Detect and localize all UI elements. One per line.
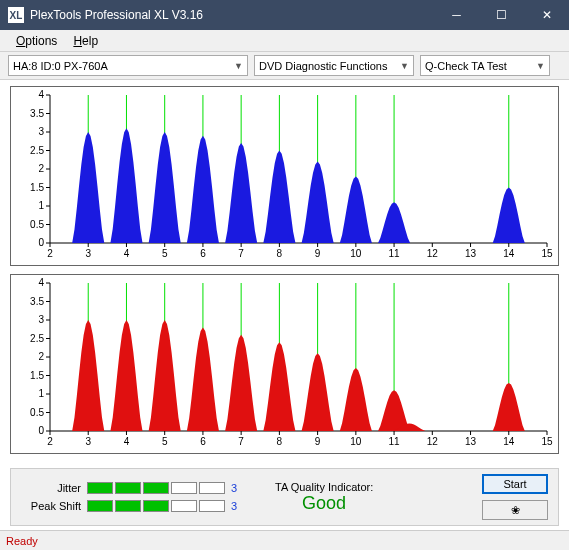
jitter-bar (87, 482, 225, 494)
svg-text:8: 8 (277, 436, 283, 447)
svg-text:9: 9 (315, 436, 321, 447)
jitter-value: 3 (231, 482, 245, 494)
jitter-label: Jitter (21, 482, 81, 494)
svg-text:11: 11 (389, 248, 401, 259)
chevron-down-icon: ▼ (530, 61, 545, 71)
metrics-left: Jitter 3 Peak Shift 3 (21, 482, 245, 512)
peakshift-label: Peak Shift (21, 500, 81, 512)
svg-text:1.5: 1.5 (30, 182, 44, 193)
segment (87, 482, 113, 494)
svg-text:2.5: 2.5 (30, 333, 44, 344)
svg-text:0: 0 (38, 425, 44, 436)
test-select[interactable]: Q-Check TA Test ▼ (420, 55, 550, 76)
maximize-button[interactable]: ☐ (479, 0, 524, 30)
quality-label: TA Quality Indicator: (275, 481, 373, 493)
svg-text:12: 12 (427, 436, 439, 447)
gear-icon: ❀ (511, 504, 520, 516)
menu-options[interactable]: Options (8, 32, 65, 50)
category-select-value: DVD Diagnostic Functions (259, 60, 387, 72)
metrics-right: Start ❀ (482, 474, 548, 520)
svg-text:2: 2 (38, 351, 44, 362)
toolbar: HA:8 ID:0 PX-760A ▼ DVD Diagnostic Funct… (0, 52, 569, 80)
svg-text:5: 5 (162, 248, 168, 259)
svg-text:1: 1 (38, 388, 44, 399)
svg-text:4: 4 (124, 436, 130, 447)
svg-text:9: 9 (315, 248, 321, 259)
peakshift-row: Peak Shift 3 (21, 500, 245, 512)
device-select-value: HA:8 ID:0 PX-760A (13, 60, 108, 72)
window-title: PlexTools Professional XL V3.16 (30, 8, 434, 22)
chevron-down-icon: ▼ (394, 61, 409, 71)
chart-top-svg: 00.511.522.533.5423456789101112131415 (11, 87, 558, 265)
svg-text:3.5: 3.5 (30, 296, 44, 307)
device-select[interactable]: HA:8 ID:0 PX-760A ▼ (8, 55, 248, 76)
svg-text:15: 15 (541, 248, 553, 259)
svg-text:14: 14 (503, 248, 515, 259)
svg-text:7: 7 (238, 436, 244, 447)
minimize-button[interactable]: ─ (434, 0, 479, 30)
menubar: Options Help (0, 30, 569, 52)
segment (143, 500, 169, 512)
svg-text:6: 6 (200, 436, 206, 447)
svg-text:10: 10 (350, 436, 362, 447)
statusbar: Ready (0, 530, 569, 550)
peakshift-bar (87, 500, 225, 512)
svg-text:10: 10 (350, 248, 362, 259)
svg-text:0: 0 (38, 237, 44, 248)
svg-text:4: 4 (38, 277, 44, 288)
chart-area: 00.511.522.533.5423456789101112131415 00… (0, 80, 569, 464)
svg-text:5: 5 (162, 436, 168, 447)
svg-text:2: 2 (38, 163, 44, 174)
svg-text:13: 13 (465, 248, 477, 259)
menu-help[interactable]: Help (65, 32, 106, 50)
svg-text:3.5: 3.5 (30, 108, 44, 119)
chevron-down-icon: ▼ (228, 61, 243, 71)
svg-text:0.5: 0.5 (30, 219, 44, 230)
app-icon: XL (8, 7, 24, 23)
svg-text:12: 12 (427, 248, 439, 259)
segment (199, 482, 225, 494)
start-button[interactable]: Start (482, 474, 548, 494)
segment (171, 482, 197, 494)
segment (87, 500, 113, 512)
category-select[interactable]: DVD Diagnostic Functions ▼ (254, 55, 414, 76)
svg-text:15: 15 (541, 436, 553, 447)
test-select-value: Q-Check TA Test (425, 60, 507, 72)
metrics-panel: Jitter 3 Peak Shift 3 TA Quality Indicat… (10, 468, 559, 526)
status-text: Ready (6, 535, 38, 547)
jitter-row: Jitter 3 (21, 482, 245, 494)
segment (115, 500, 141, 512)
svg-text:4: 4 (124, 248, 130, 259)
svg-text:3: 3 (85, 248, 91, 259)
chart-bottom-svg: 00.511.522.533.5423456789101112131415 (11, 275, 558, 453)
close-button[interactable]: ✕ (524, 0, 569, 30)
chart-bottom: 00.511.522.533.5423456789101112131415 (10, 274, 559, 454)
segment (199, 500, 225, 512)
svg-text:2.5: 2.5 (30, 145, 44, 156)
peakshift-value: 3 (231, 500, 245, 512)
segment (171, 500, 197, 512)
svg-text:1: 1 (38, 200, 44, 211)
svg-text:6: 6 (200, 248, 206, 259)
quality-value: Good (275, 493, 373, 514)
chart-top: 00.511.522.533.5423456789101112131415 (10, 86, 559, 266)
svg-text:0.5: 0.5 (30, 407, 44, 418)
svg-text:11: 11 (389, 436, 401, 447)
prefs-button[interactable]: ❀ (482, 500, 548, 520)
svg-text:4: 4 (38, 89, 44, 100)
svg-text:8: 8 (277, 248, 283, 259)
svg-text:14: 14 (503, 436, 515, 447)
segment (143, 482, 169, 494)
titlebar: XL PlexTools Professional XL V3.16 ─ ☐ ✕ (0, 0, 569, 30)
svg-text:2: 2 (47, 436, 53, 447)
quality-indicator: TA Quality Indicator: Good (275, 481, 373, 514)
svg-text:3: 3 (38, 314, 44, 325)
svg-text:1.5: 1.5 (30, 370, 44, 381)
svg-text:3: 3 (85, 436, 91, 447)
svg-text:2: 2 (47, 248, 53, 259)
svg-text:3: 3 (38, 126, 44, 137)
svg-text:7: 7 (238, 248, 244, 259)
svg-text:13: 13 (465, 436, 477, 447)
segment (115, 482, 141, 494)
